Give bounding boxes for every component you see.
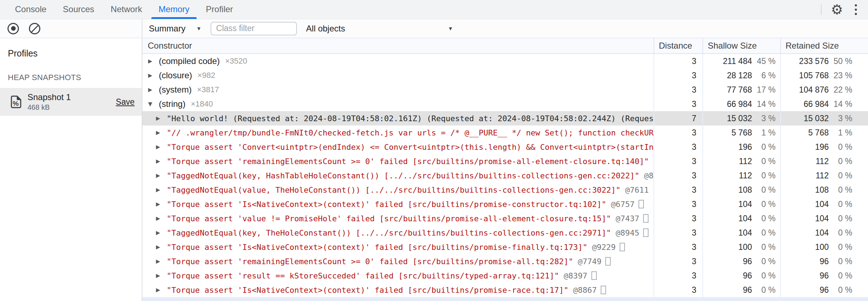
object-scope-select[interactable]: All objects ▼ — [306, 24, 453, 34]
heap-category-row[interactable]: ▶ (system) ×3817 3 77 768 17 % 104 876 2… — [142, 83, 868, 97]
retained-size-percent: 0 % — [829, 199, 852, 209]
grid-header: Constructor Distance Shallow Size Retain… — [142, 38, 868, 54]
disclosure-triangle-icon[interactable]: ▶ — [148, 87, 159, 93]
disclosure-triangle-icon[interactable]: ▶ — [156, 258, 167, 265]
disclosure-triangle-icon[interactable]: ▶ — [156, 187, 167, 193]
retained-size-value: 96 — [819, 257, 829, 266]
heap-string-row[interactable]: ▶ "Hello world! (Requested at: 2024-08-1… — [142, 111, 868, 125]
string-preview: "Torque assert 'Is<NativeContext>(contex… — [167, 286, 569, 295]
heap-string-row[interactable]: ▶ "Torque assert 'Is<NativeContext>(cont… — [142, 283, 868, 297]
column-header-constructor[interactable]: Constructor — [142, 38, 653, 53]
disclosure-triangle-icon[interactable]: ▶ — [148, 58, 159, 64]
heap-category-row[interactable]: ▶ (compiled code) ×3520 3 211 484 45 % 2… — [142, 54, 868, 68]
shallow-size-cell: 96 0 % — [702, 254, 780, 268]
retained-size-cell: 108 0 % — [780, 183, 868, 197]
disclosure-triangle-icon[interactable]: ▶ — [156, 129, 167, 136]
disclosure-triangle-icon[interactable]: ▶ — [156, 272, 167, 279]
heap-string-row[interactable]: ▶ "Torque assert 'Is<NativeContext>(cont… — [142, 240, 868, 254]
retained-size-percent: 0 % — [829, 185, 852, 195]
instance-count: ×982 — [197, 71, 215, 80]
heap-category-row[interactable]: ▼ (string) ×1840 3 66 984 14 % 66 984 14… — [142, 97, 868, 111]
object-id: @7749 — [578, 257, 601, 266]
sidebar-item-snapshot-1[interactable]: % Snapshot 1 468 kB Save — [0, 88, 142, 116]
retained-size-value: 15 032 — [804, 114, 829, 123]
shallow-size-value: 112 — [739, 157, 752, 166]
heap-string-row[interactable]: ▶ "Torque assert 'remainingElementsCount… — [142, 254, 868, 268]
heap-string-row[interactable]: ▶ "Torque assert 'Is<NativeContext>(cont… — [142, 197, 868, 211]
perspective-select[interactable]: Summary ▼ — [149, 24, 202, 34]
shallow-size-cell: 66 984 14 % — [702, 97, 780, 111]
shallow-size-value: 112 — [739, 171, 752, 181]
retained-size-percent: 0 % — [829, 142, 852, 152]
settings-button[interactable]: ⚙ — [827, 0, 847, 19]
retained-size-value: 104 876 — [799, 85, 829, 95]
retained-size-cell: 96 0 % — [780, 254, 868, 268]
tab-sources[interactable]: Sources — [55, 0, 102, 19]
retained-size-cell: 104 0 % — [780, 211, 868, 226]
column-header-shallow-size[interactable]: Shallow Size — [702, 38, 780, 53]
retained-size-percent: 0 % — [829, 285, 852, 295]
retained-size-percent: 0 % — [829, 271, 852, 281]
object-id: @8945 — [616, 228, 639, 237]
column-header-retained-size[interactable]: Retained Size — [780, 38, 868, 53]
class-filter-input[interactable] — [211, 22, 297, 35]
shallow-size-percent: 0 % — [752, 228, 776, 238]
heap-string-row[interactable]: ▶ "TaggedNotEqual(key, HashTableHoleCons… — [142, 168, 868, 183]
retained-size-cell: 96 0 % — [780, 283, 868, 297]
retained-size-percent: 22 % — [829, 85, 852, 95]
disclosure-triangle-icon[interactable]: ▶ — [156, 144, 167, 150]
grid-body: ▶ (compiled code) ×3520 3 211 484 45 % 2… — [142, 54, 868, 297]
distance-value: 3 — [653, 54, 702, 68]
heap-snapshot-icon: % — [11, 95, 21, 108]
disclosure-triangle-icon[interactable]: ▶ — [156, 201, 167, 207]
retained-size-percent: 3 % — [829, 114, 852, 123]
shallow-size-percent: 0 % — [752, 171, 776, 181]
record-heap-snapshot-button[interactable] — [7, 23, 19, 34]
disclosure-triangle-icon[interactable]: ▶ — [156, 287, 167, 293]
heap-string-row[interactable]: ▶ "TaggedNotEqual(key, TheHoleConstant()… — [142, 226, 868, 240]
heap-string-row[interactable]: ▶ "Torque assert 'value != PromiseHole' … — [142, 211, 868, 226]
disclosure-triangle-icon[interactable]: ▶ — [156, 158, 167, 164]
string-preview: "Torque assert 'value != PromiseHole' fa… — [167, 214, 611, 223]
shallow-size-value: 96 — [743, 257, 752, 266]
more-options-button[interactable] — [847, 0, 868, 19]
heap-string-row[interactable]: ▶ "TaggedNotEqual(value, TheHoleConstant… — [142, 183, 868, 197]
shallow-size-percent: 14 % — [752, 99, 776, 109]
disclosure-triangle-icon[interactable]: ▶ — [156, 172, 167, 179]
heap-string-row[interactable]: ▶ "Torque assert 'Convert<uintptr>(endIn… — [142, 140, 868, 154]
devtools-tabbar: Console Sources Network Memory Profiler … — [0, 0, 868, 19]
profiles-toolbar — [0, 19, 142, 38]
tab-console[interactable]: Console — [7, 0, 55, 19]
disclosure-triangle-icon[interactable]: ▶ — [148, 72, 159, 79]
retained-size-cell: 233 576 50 % — [780, 54, 868, 68]
retained-size-cell: 66 984 14 % — [780, 97, 868, 111]
shallow-size-cell: 15 032 3 % — [702, 111, 780, 125]
clear-profiles-button[interactable] — [29, 23, 40, 34]
tab-network[interactable]: Network — [102, 0, 150, 19]
shallow-size-cell: 77 768 17 % — [702, 83, 780, 97]
disclosure-triangle-icon[interactable]: ▶ — [156, 115, 167, 122]
heap-string-row[interactable]: ▶ "Torque assert 'result == kStoreSucced… — [142, 268, 868, 283]
distance-value: 3 — [653, 97, 702, 111]
retained-size-cell: 112 0 % — [780, 154, 868, 168]
disclosure-triangle-icon[interactable]: ▶ — [156, 244, 167, 250]
instance-count: ×1840 — [191, 99, 213, 109]
disclosure-triangle-icon[interactable]: ▼ — [148, 101, 159, 107]
distance-value: 3 — [653, 168, 702, 183]
heap-string-row[interactable]: ▶ "// .wrangler/tmp/bundle-FmNIt0/checke… — [142, 125, 868, 140]
instance-count: ×3520 — [225, 56, 247, 66]
tabbar-spacer — [241, 0, 821, 19]
retained-size-cell: 112 0 % — [780, 168, 868, 183]
shallow-size-value: 77 768 — [727, 85, 752, 95]
column-header-distance[interactable]: Distance — [653, 38, 702, 53]
save-snapshot-link[interactable]: Save — [116, 97, 135, 107]
disclosure-triangle-icon[interactable]: ▶ — [156, 230, 167, 236]
heap-string-row[interactable]: ▶ "Torque assert 'remainingElementsCount… — [142, 154, 868, 168]
heap-category-row[interactable]: ▶ (closure) ×982 3 28 128 6 % 105 768 23… — [142, 68, 868, 83]
shallow-size-percent: 1 % — [752, 128, 776, 138]
disclosure-triangle-icon[interactable]: ▶ — [156, 215, 167, 222]
shallow-size-value: 211 484 — [723, 56, 752, 66]
string-preview: "Torque assert 'remainingElementsCount >… — [167, 257, 573, 266]
tab-memory[interactable]: Memory — [150, 0, 198, 19]
tab-profiler[interactable]: Profiler — [198, 0, 241, 19]
